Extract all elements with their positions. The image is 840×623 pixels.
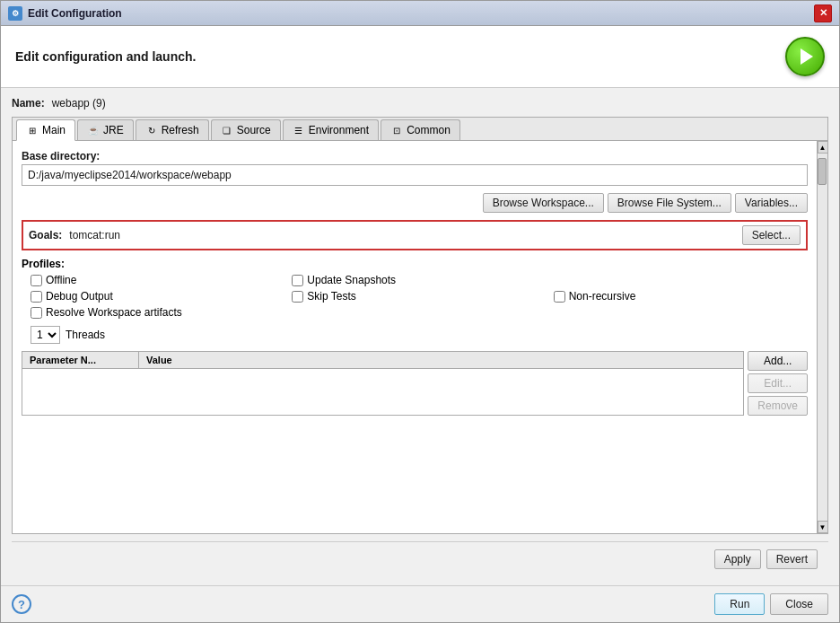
- checkbox-offline: Offline: [31, 274, 284, 286]
- revert-button[interactable]: Revert: [766, 549, 818, 569]
- scroll-down-arrow[interactable]: ▼: [818, 521, 828, 533]
- non-recursive-label: Non-recursive: [569, 290, 636, 303]
- table-body: [22, 369, 743, 415]
- name-label: Name:: [12, 97, 45, 110]
- checkboxes-grid: Offline Update Snapshots Debug Output: [22, 274, 808, 303]
- apply-button[interactable]: Apply: [714, 549, 761, 569]
- run-icon-button[interactable]: [785, 37, 825, 76]
- checkbox-debug-output: Debug Output: [31, 290, 284, 303]
- checkbox-non-recursive: Non-recursive: [554, 290, 808, 303]
- scrollbar[interactable]: ▲ ▼: [817, 141, 827, 533]
- name-row: Name: webapp (9): [12, 97, 828, 110]
- header-area: Edit configuration and launch.: [1, 26, 839, 88]
- base-directory-section: Base directory:: [22, 150, 808, 186]
- tab-main-label: Main: [42, 124, 66, 136]
- window-close-button[interactable]: ✕: [814, 4, 832, 22]
- environment-tab-icon: ☰: [293, 124, 305, 136]
- param-name-header: Parameter N...: [22, 352, 139, 368]
- source-tab-icon: ❏: [221, 124, 233, 136]
- threads-label: Threads: [66, 329, 105, 341]
- tab-main[interactable]: ⊞ Main: [16, 119, 75, 141]
- app-icon: ⚙: [8, 6, 22, 21]
- resolve-workspace-checkbox[interactable]: [31, 307, 42, 319]
- goals-select-button[interactable]: Select...: [742, 225, 801, 245]
- table-header: Parameter N... Value: [22, 352, 743, 369]
- resolve-workspace-label: Resolve Workspace artifacts: [46, 306, 182, 319]
- goals-label: Goals:: [29, 229, 62, 241]
- tab-source[interactable]: ❏ Source: [211, 119, 281, 140]
- panel-with-scrollbar: Base directory: Browse Workspace... Brow…: [13, 141, 827, 533]
- param-table-container: Parameter N... Value: [22, 351, 744, 416]
- non-recursive-checkbox[interactable]: [554, 291, 565, 303]
- close-button[interactable]: Close: [770, 593, 828, 615]
- title-bar: ⚙ Edit Configuration ✕: [1, 1, 839, 26]
- panel-inner: Base directory: Browse Workspace... Brow…: [13, 141, 817, 533]
- add-param-button[interactable]: Add...: [748, 351, 808, 371]
- scrollbar-thumb[interactable]: [818, 158, 827, 185]
- scrollbar-track[interactable]: [818, 154, 827, 521]
- checkbox-skip-tests: Skip Tests: [292, 290, 546, 303]
- threads-row: 1 2 4 Threads: [22, 326, 808, 344]
- refresh-tab-icon: ↻: [145, 124, 158, 136]
- edit-param-button[interactable]: Edit...: [748, 373, 808, 393]
- offline-label: Offline: [46, 274, 76, 286]
- offline-checkbox[interactable]: [31, 275, 42, 286]
- tab-common[interactable]: ⊡ Common: [381, 119, 460, 140]
- footer-bar: ? Run Close: [1, 585, 839, 622]
- main-content: Name: webapp (9) ⊞ Main ☕ JRE ↻ Refresh: [1, 88, 839, 585]
- jre-tab-icon: ☕: [87, 124, 100, 136]
- tab-source-label: Source: [237, 124, 271, 136]
- bottom-buttons: Apply Revert: [12, 541, 828, 576]
- threads-select[interactable]: 1 2 4: [31, 326, 60, 344]
- play-icon: [801, 48, 813, 65]
- tab-jre-label: JRE: [103, 124, 124, 136]
- common-tab-icon: ⊡: [390, 124, 403, 136]
- param-value-header: Value: [139, 352, 743, 368]
- goals-row: Goals: Select...: [22, 220, 808, 250]
- name-value: webapp (9): [52, 97, 106, 110]
- scroll-up-arrow[interactable]: ▲: [818, 141, 828, 154]
- profiles-label: Profiles:: [22, 258, 808, 270]
- skip-tests-checkbox[interactable]: [292, 291, 303, 303]
- resolve-row: Resolve Workspace artifacts: [22, 306, 808, 319]
- header-title: Edit configuration and launch.: [15, 49, 196, 64]
- update-snapshots-label: Update Snapshots: [307, 274, 396, 286]
- checkbox-update-snapshots: Update Snapshots: [292, 274, 546, 286]
- skip-tests-label: Skip Tests: [307, 290, 355, 303]
- title-bar-left: ⚙ Edit Configuration: [8, 6, 122, 21]
- tab-bar: ⊞ Main ☕ JRE ↻ Refresh ❏ Source ☰ Envi: [13, 118, 827, 141]
- tab-jre[interactable]: ☕ JRE: [77, 119, 134, 140]
- base-directory-label: Base directory:: [22, 150, 808, 162]
- update-snapshots-checkbox[interactable]: [292, 275, 303, 286]
- tab-environment[interactable]: ☰ Environment: [283, 119, 379, 140]
- param-table-section: Parameter N... Value Add... Edit... Remo…: [22, 351, 808, 416]
- tab-refresh-label: Refresh: [162, 124, 199, 136]
- browse-filesystem-button[interactable]: Browse File System...: [608, 193, 731, 213]
- tab-refresh[interactable]: ↻ Refresh: [136, 119, 209, 140]
- window: ⚙ Edit Configuration ✕ Edit configuratio…: [0, 0, 840, 623]
- browse-buttons-row: Browse Workspace... Browse File System..…: [22, 193, 808, 213]
- main-tab-icon: ⊞: [26, 124, 39, 136]
- run-button[interactable]: Run: [714, 593, 765, 615]
- help-button[interactable]: ?: [12, 594, 31, 614]
- goals-input[interactable]: [67, 227, 736, 243]
- debug-output-checkbox[interactable]: [31, 291, 42, 303]
- remove-param-button[interactable]: Remove: [748, 396, 808, 416]
- browse-workspace-button[interactable]: Browse Workspace...: [483, 193, 604, 213]
- profiles-section: Profiles: Offline Update Snapshots: [22, 258, 808, 344]
- base-directory-input[interactable]: [22, 164, 808, 186]
- tab-environment-label: Environment: [309, 124, 369, 136]
- debug-output-label: Debug Output: [46, 290, 113, 303]
- config-panel: ⊞ Main ☕ JRE ↻ Refresh ❏ Source ☰ Envi: [12, 117, 828, 534]
- variables-button[interactable]: Variables...: [735, 193, 808, 213]
- footer-right: Run Close: [714, 593, 828, 615]
- window-title: Edit Configuration: [28, 7, 122, 20]
- table-side-buttons: Add... Edit... Remove: [748, 351, 808, 416]
- tab-common-label: Common: [407, 124, 451, 136]
